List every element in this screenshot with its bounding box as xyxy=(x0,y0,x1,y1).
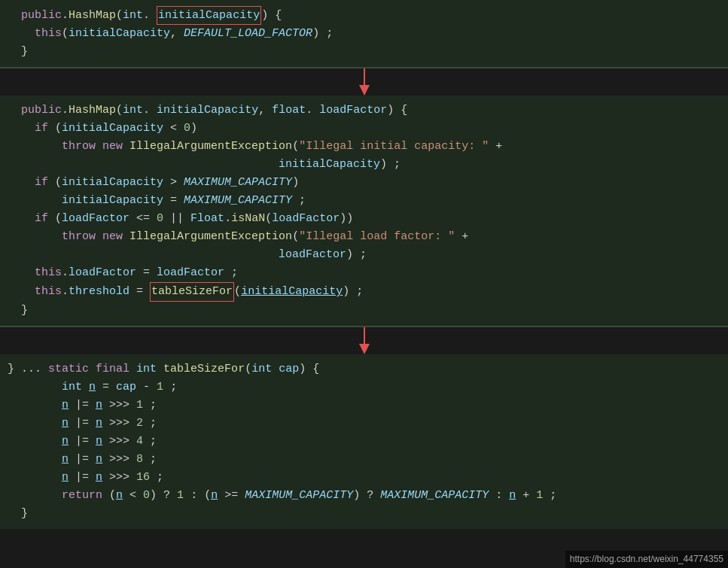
code-token: ; xyxy=(143,433,157,450)
code-token: < xyxy=(163,120,184,137)
code-token: ) ; xyxy=(343,283,363,300)
code-token: throw xyxy=(62,138,96,155)
code-section-2: public.HashMap(int. initialCapacity, flo… xyxy=(0,96,728,327)
code-token: = xyxy=(163,192,184,209)
code-line: } xyxy=(0,302,728,320)
code-token: cap xyxy=(116,378,136,396)
code-token: loadFactor xyxy=(69,264,136,281)
code-line: throw new IllegalArgumentException("Ille… xyxy=(0,228,728,246)
code-token: , xyxy=(258,102,272,119)
code-token: >>> xyxy=(102,433,136,450)
code-token: ( xyxy=(116,7,123,24)
code-token: loadFactor xyxy=(272,210,340,227)
code-token: public xyxy=(21,102,62,119)
code-token: + xyxy=(489,138,502,155)
code-token: this xyxy=(35,25,62,42)
code-token: ; xyxy=(163,378,177,396)
code-token: ( xyxy=(116,102,123,119)
code-token: |= xyxy=(69,433,96,450)
code-token: ( xyxy=(48,174,62,191)
code-token: . xyxy=(62,264,69,281)
url-bar: https://blog.csdn.net/weixin_44774355 xyxy=(565,551,728,568)
arrow-down-1 xyxy=(349,68,379,96)
code-line: n |= n >>> 16 ; xyxy=(0,469,728,487)
code-token: new xyxy=(102,228,123,245)
code-token: >>> xyxy=(102,396,136,414)
code-token xyxy=(8,451,62,468)
code-token: 1 xyxy=(136,396,143,414)
code-token: initialCapacity xyxy=(158,9,260,22)
code-token: |= xyxy=(69,451,96,468)
code-line: public.HashMap(int. initialCapacity, flo… xyxy=(0,102,728,120)
code-token: <= xyxy=(129,210,157,227)
code-token: } xyxy=(21,505,28,522)
code-token xyxy=(8,283,35,300)
code-token xyxy=(96,138,102,155)
code-token: int xyxy=(251,360,272,378)
code-token: this xyxy=(35,283,62,300)
code-token: = xyxy=(129,283,150,300)
code-token: . xyxy=(143,7,157,24)
code-token: loadFactor xyxy=(62,210,129,227)
code-token: n xyxy=(96,415,102,432)
code-token: - xyxy=(136,378,157,396)
code-token: . xyxy=(62,102,69,119)
code-token xyxy=(89,360,96,378)
code-token: int xyxy=(123,7,143,24)
code-token: int xyxy=(123,102,143,119)
code-token: , xyxy=(170,25,184,42)
code-token: n xyxy=(89,378,96,396)
code-token: initialCapacity xyxy=(157,102,258,119)
code-line: throw new IllegalArgumentException("Ille… xyxy=(0,138,728,156)
code-token: . xyxy=(62,283,69,300)
code-token: : ( xyxy=(184,487,211,504)
code-token: >>> xyxy=(102,451,136,468)
code-line: return (n < 0) ? 1 : (n >= MAXIMUM_CAPAC… xyxy=(0,487,728,505)
code-token xyxy=(8,210,35,227)
code-section-3: } ... static final int tableSizeFor(int … xyxy=(0,354,728,529)
code-token: new xyxy=(102,138,123,155)
code-token: >= xyxy=(218,487,245,504)
highlighted-token: initialCapacity xyxy=(157,6,261,25)
code-token: ; xyxy=(143,415,157,432)
code-line: } xyxy=(0,505,728,523)
code-token: |= xyxy=(69,415,96,432)
code-token: 2 xyxy=(136,415,143,432)
code-token: n xyxy=(509,487,516,504)
code-token: MAXIMUM_CAPACITY xyxy=(184,192,292,209)
code-token xyxy=(82,378,89,396)
code-section-1: public.HashMap(int. initialCapacity) { t… xyxy=(0,0,728,68)
code-token: 0 xyxy=(143,487,150,504)
code-line: this.loadFactor = loadFactor ; xyxy=(0,264,728,282)
code-token: } xyxy=(21,43,28,60)
code-token: MAXIMUM_CAPACITY xyxy=(184,174,292,191)
code-token: HashMap xyxy=(69,7,116,24)
code-line: initialCapacity) ; xyxy=(0,156,728,174)
code-token xyxy=(8,378,62,396)
code-token: || xyxy=(163,210,190,227)
code-line: if (initialCapacity < 0) xyxy=(0,120,728,138)
code-token: tableSizeFor xyxy=(151,285,233,298)
code-token: loadFactor xyxy=(157,264,224,281)
code-token: )) xyxy=(340,210,353,227)
code-token: loadFactor xyxy=(279,246,346,263)
code-token: return xyxy=(62,487,102,504)
code-token xyxy=(8,43,21,60)
code-token: . xyxy=(143,102,157,119)
code-token: } ... xyxy=(8,360,48,378)
code-token: n xyxy=(62,396,69,414)
code-token: n xyxy=(116,487,123,504)
code-token: ) ; xyxy=(312,25,333,42)
code-line: this.threshold = tableSizeFor(initialCap… xyxy=(0,282,728,301)
code-token: ) { xyxy=(387,102,407,119)
code-token: ) { xyxy=(261,7,282,24)
code-token: int xyxy=(62,378,82,396)
code-token: ; xyxy=(143,396,157,414)
code-token: 1 xyxy=(157,378,163,396)
code-token: n xyxy=(62,469,69,486)
code-token: . xyxy=(224,210,231,227)
arrow-down-2 xyxy=(349,327,379,354)
code-line: n |= n >>> 1 ; xyxy=(0,396,728,415)
code-token xyxy=(123,228,129,245)
code-token: |= xyxy=(69,469,96,486)
